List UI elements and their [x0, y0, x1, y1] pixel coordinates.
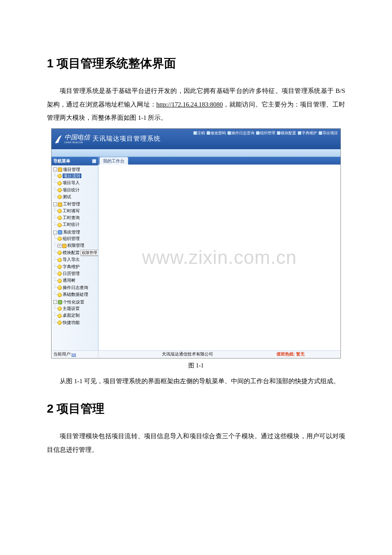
- link-label: 修改密码: [210, 130, 226, 136]
- tab-workbench[interactable]: 我的工作台: [99, 157, 128, 165]
- status-hotline: 值班热线: 暂无: [277, 351, 340, 357]
- leaf-icon: [58, 258, 62, 262]
- folder-icon: [58, 168, 62, 172]
- system-url[interactable]: http://172.16.24.183:8080: [156, 101, 223, 108]
- leaf-icon: [58, 209, 62, 213]
- node-label: 测试: [63, 194, 71, 199]
- leaf-icon: [58, 293, 62, 297]
- node-label: 工时填写: [63, 208, 80, 213]
- tree-node-project-stat[interactable]: 项目统计: [58, 187, 98, 194]
- expand-icon[interactable]: -: [53, 231, 57, 234]
- link-icon: [256, 131, 259, 135]
- link-label: 组织管理: [260, 130, 275, 136]
- tree-node-workhour-manage[interactable]: -工时管理 工时填写 工时查询 工时统计: [53, 201, 98, 228]
- leaf-icon: [58, 265, 62, 269]
- node-label: 操作日志查询: [63, 285, 88, 290]
- expand-icon[interactable]: -: [53, 168, 57, 171]
- node-label: 项目管理: [63, 167, 80, 172]
- person-icon: [58, 300, 62, 304]
- header-band: [52, 149, 340, 157]
- expand-icon[interactable]: -: [53, 300, 57, 304]
- leaf-icon: [58, 223, 62, 227]
- node-label: 组织管理: [63, 236, 80, 241]
- link-change-pwd[interactable]: 修改密码: [207, 130, 226, 136]
- leaf-icon: [58, 272, 62, 276]
- tree-node-org[interactable]: 组织管理: [58, 235, 98, 242]
- leaf-icon: [58, 321, 62, 325]
- node-label: 基础数据处理: [63, 292, 88, 297]
- content-area: 我的工作台 www.zixin.com.cn: [98, 157, 340, 350]
- tree-node-perm[interactable]: +权限管理: [58, 242, 98, 249]
- expand-icon[interactable]: -: [53, 202, 57, 206]
- node-label: 工时管理: [63, 202, 80, 207]
- tree-node-log[interactable]: 操作日志查询: [58, 284, 98, 291]
- tab-bar: 我的工作台: [98, 157, 340, 165]
- link-label: 字典维护: [302, 130, 317, 136]
- tree-node-project-manage[interactable]: -项目管理 项目流转 项目导入 项目统计 测试: [53, 166, 98, 201]
- expand-icon[interactable]: +: [58, 244, 61, 248]
- system-icon: [58, 230, 62, 234]
- leaf-icon: [58, 314, 62, 318]
- sidebar: 导航菜单 -项目管理 项目流转 项目导入 项目统计 测试: [52, 157, 98, 350]
- tree-node-project-import[interactable]: 项目导入: [58, 179, 98, 186]
- link-dict-maintain[interactable]: 字典维护: [298, 130, 317, 136]
- link-org-manage[interactable]: 组织管理: [256, 130, 275, 136]
- tree-node-calendar[interactable]: 日历管理: [58, 270, 98, 277]
- tree-node-system-manage[interactable]: -系统管理 组织管理 +权限管理 模块配置权限管理 导入导出 字典维护 日历管理…: [53, 229, 98, 299]
- tree-node-personalization[interactable]: -个性化设置 主题设置 桌面定制 快捷功能: [53, 299, 98, 327]
- sidebar-title: 导航菜单: [53, 158, 70, 164]
- tooltip-perm: 权限管理: [81, 250, 98, 256]
- leaf-icon: [58, 216, 62, 220]
- leaf-icon: [58, 306, 62, 311]
- link-op-log[interactable]: 操作日志查询: [228, 130, 254, 136]
- node-label: 权限管理: [67, 243, 84, 248]
- tree-node-tree[interactable]: 通用树: [58, 277, 98, 284]
- tree-node-wh-stat[interactable]: 工时统计: [58, 221, 98, 228]
- app-title: 天讯瑞达项目管理系统: [92, 135, 161, 143]
- status-user-link[interactable]: sa: [72, 352, 76, 357]
- tree-node-desktop[interactable]: 桌面定制: [58, 312, 98, 319]
- tree-node-wh-query[interactable]: 工时查询: [58, 214, 98, 221]
- tree-node-test[interactable]: 测试: [58, 194, 98, 200]
- china-telecom-logo-icon: [54, 134, 63, 144]
- sidebar-collapse-button[interactable]: [92, 159, 96, 163]
- node-label: 项目导入: [63, 181, 80, 185]
- folder-icon: [62, 244, 66, 248]
- link-module-config[interactable]: 模块配置: [277, 130, 296, 136]
- tree-node-module[interactable]: 模块配置权限管理: [58, 249, 98, 257]
- watermark-text: www.zixin.com.cn: [142, 247, 297, 268]
- link-icon: [319, 131, 322, 135]
- node-label: 个性化设置: [63, 300, 84, 304]
- link-export-proj[interactable]: 导出项目: [319, 130, 338, 136]
- tree-node-basedata[interactable]: 基础数据处理: [58, 291, 98, 298]
- status-current-user: 当前用户: sa: [52, 351, 98, 358]
- tree-node-wh-fill[interactable]: 工时填写: [58, 208, 98, 214]
- sidebar-title-bar: 导航菜单: [52, 157, 98, 165]
- link-label: 操作日志查询: [231, 130, 254, 136]
- link-logout[interactable]: 注销: [193, 130, 205, 136]
- tree-node-theme[interactable]: 主题设置: [58, 305, 98, 312]
- tree-node-project-flow[interactable]: 项目流转: [58, 173, 98, 179]
- after-figure-paragraph: 从图 1-1 可见，项目管理系统的界面框架由左侧的导航菜单、中间的工作台和顶部的…: [47, 375, 345, 388]
- leaf-icon: [58, 251, 62, 255]
- heading-1: 1 项目管理系统整体界面: [47, 55, 345, 72]
- brand-block: 中国电信 CHINA TELECOM 天讯瑞达项目管理系统: [54, 134, 161, 144]
- nav-tree: -项目管理 项目流转 项目导入 项目统计 测试 -工时管理 工时填写: [52, 165, 98, 350]
- leaf-icon: [58, 286, 62, 290]
- status-user-label: 当前用户:: [53, 351, 72, 357]
- tree-node-dict[interactable]: 字典维护: [58, 263, 98, 270]
- link-icon: [193, 131, 197, 135]
- brand-en: CHINA TELECOM: [64, 141, 90, 144]
- node-label: 模块配置: [63, 250, 80, 255]
- node-label: 字典维护: [63, 264, 80, 269]
- leaf-icon: [58, 279, 62, 283]
- status-bar: 当前用户: sa 天讯瑞达通信技术有限公司 值班热线: 暂无: [52, 350, 340, 358]
- tree-node-io[interactable]: 导入导出: [58, 256, 98, 263]
- section2-paragraph: 项目管理模块包括项目流转、项目信息导入和项目综合查三个子模块。通过这些模块，用户…: [47, 430, 345, 457]
- app-header: 中国电信 CHINA TELECOM 天讯瑞达项目管理系统 注销 修改密码 操作…: [52, 129, 340, 149]
- leaf-icon: [58, 195, 62, 199]
- link-icon: [298, 131, 301, 135]
- tree-node-quick[interactable]: 快捷功能: [58, 319, 98, 326]
- brand-cn: 中国电信: [64, 134, 90, 141]
- header-quick-links: 注销 修改密码 操作日志查询 组织管理 模块配置 字典维护 导出项目: [193, 130, 338, 136]
